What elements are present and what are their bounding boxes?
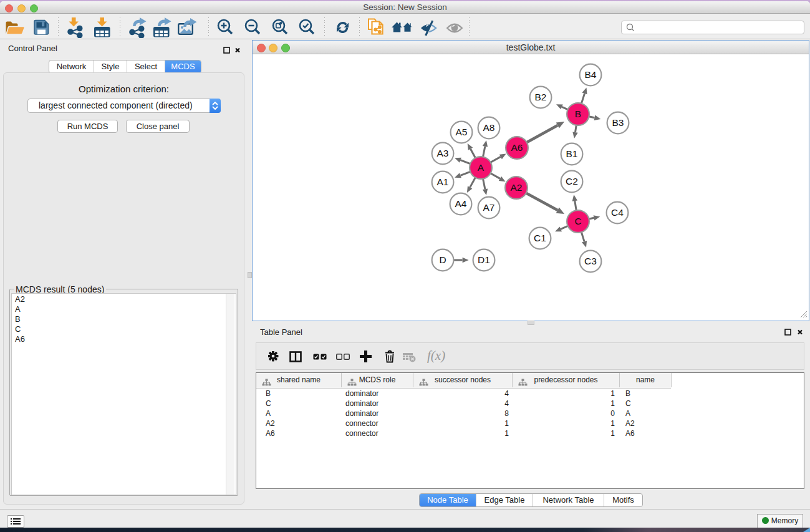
svg-text:B2: B2 (535, 92, 547, 102)
svg-text:B4: B4 (585, 69, 597, 80)
svg-text:D1: D1 (478, 254, 490, 265)
svg-text:A5: A5 (456, 127, 468, 137)
svg-text:D: D (439, 254, 446, 265)
svg-text:A: A (478, 162, 485, 173)
svg-text:C1: C1 (534, 233, 546, 243)
svg-text:A1: A1 (437, 177, 449, 187)
svg-text:C4: C4 (611, 207, 624, 218)
svg-text:A3: A3 (437, 148, 449, 158)
svg-text:C2: C2 (566, 176, 578, 186)
svg-text:A2: A2 (511, 182, 523, 193)
svg-text:A4: A4 (455, 198, 467, 209)
svg-text:C: C (574, 216, 581, 226)
svg-text:A7: A7 (483, 202, 495, 213)
svg-text:B3: B3 (612, 117, 624, 128)
svg-text:A6: A6 (511, 142, 523, 153)
svg-text:B: B (575, 109, 581, 119)
svg-text:B1: B1 (566, 148, 578, 159)
svg-text:C3: C3 (584, 256, 597, 266)
svg-text:A8: A8 (483, 122, 495, 133)
